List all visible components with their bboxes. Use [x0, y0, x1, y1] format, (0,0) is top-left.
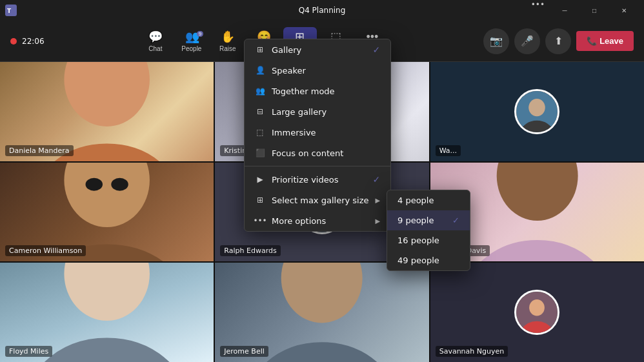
submenu-item-16[interactable]: 16 people [387, 230, 470, 250]
submenu-item-49[interactable]: 49 people [387, 250, 470, 270]
prioritize-check-icon: ✓ [372, 174, 380, 185]
together-icon: 👥 [255, 86, 265, 96]
dropdown-item-focus[interactable]: ⬛ Focus on content [245, 143, 390, 163]
minimize-button[interactable]: ─ [550, 0, 579, 21]
recording-indicator-icon [10, 38, 17, 45]
dropdown-item-together[interactable]: 👥 Together mode [245, 81, 390, 101]
chat-label: Chat [148, 45, 162, 52]
svg-point-14 [64, 263, 150, 321]
participant-name-camera: Wa... [436, 145, 461, 156]
savannah-avatar [514, 290, 559, 335]
speaker-label: Speaker [272, 66, 380, 75]
leave-phone-icon: 📞 [587, 36, 597, 46]
maximize-button[interactable]: □ [579, 0, 609, 21]
svg-point-17 [529, 299, 545, 316]
raise-button[interactable]: ✋ Raise [211, 27, 245, 55]
option-4-label: 4 people [397, 196, 434, 205]
option-16-label: 16 people [397, 236, 439, 245]
svg-point-8 [111, 177, 128, 190]
dropdown-item-more-options[interactable]: ••• More options ▶ [245, 210, 390, 231]
video-cell-camera: Wa... [430, 62, 644, 161]
participant-name-ralph: Ralph Edwards [220, 245, 280, 256]
title-bar: T Q4 Planning ••• ─ □ ✕ [0, 0, 644, 21]
gallery-check-icon: ✓ [372, 45, 380, 55]
camera-icon: 📷 [490, 35, 503, 47]
prioritize-icon: ▶ [255, 174, 265, 185]
max-gallery-arrow-icon: ▶ [376, 197, 381, 204]
focus-label: Focus on content [272, 148, 380, 158]
people-badge: 9 [197, 31, 203, 37]
recording-timer: 22:06 [22, 37, 45, 46]
toolbar-right: 📷 🎤 ⬆ 📞 Leave [483, 28, 634, 54]
svg-point-5 [529, 99, 546, 116]
video-cell-floyd: Floyd Miles [0, 263, 214, 362]
max-gallery-icon: ⊞ [255, 195, 265, 205]
submenu-item-4[interactable]: 4 people [387, 190, 470, 210]
camera-avatar [514, 89, 559, 134]
toolbar-left: 22:06 [10, 37, 45, 46]
svg-point-7 [86, 177, 103, 190]
participant-name-cameron: Cameron Williamson [5, 245, 86, 256]
max-gallery-submenu[interactable]: 4 people 9 people ✓ 16 people 49 people [387, 190, 470, 271]
participant-name-savannah: Savannah Nguyen [436, 346, 508, 357]
more-options-icon: ••• [255, 216, 265, 226]
window-title: Q4 Planning [299, 6, 346, 15]
gallery-label: Gallery [272, 45, 366, 55]
dropdown-item-gallery[interactable]: ⊞ Gallery ✓ [245, 39, 390, 60]
option-9-check-icon: ✓ [452, 216, 459, 225]
people-label: People [181, 45, 201, 52]
camera-button[interactable]: 📷 [483, 28, 509, 54]
speaker-icon: 👤 [255, 65, 265, 75]
more-options-arrow-icon: ▶ [376, 217, 381, 225]
participant-name-jerome: Jerome Bell [220, 346, 268, 357]
participant-name-floyd: Floyd Miles [5, 346, 52, 357]
people-icon: 👥9 [185, 30, 198, 44]
svg-point-13 [496, 163, 578, 221]
mic-icon: 🎤 [521, 35, 534, 47]
people-button[interactable]: 👥9 People [175, 27, 208, 55]
svg-point-6 [64, 163, 150, 227]
dropdown-item-prioritize[interactable]: ▶ Prioritize videos ✓ [245, 169, 390, 190]
max-gallery-label: Select max gallery size [272, 196, 369, 205]
chat-icon: 💬 [148, 30, 163, 44]
raise-label: Raise [219, 45, 236, 52]
gallery-icon: ⊞ [255, 45, 265, 55]
window-controls: ••• ─ □ ✕ [526, 0, 639, 21]
leave-button[interactable]: 📞 Leave [576, 31, 634, 51]
mic-button[interactable]: 🎤 [514, 28, 540, 54]
title-bar-more: ••• [526, 0, 550, 21]
large-gallery-icon: ⊟ [255, 106, 265, 117]
large-gallery-label: Large gallery [272, 107, 380, 117]
more-options-label: More options [272, 216, 369, 226]
svg-point-2 [64, 62, 150, 126]
video-cell-jerome: Jerome Bell [215, 263, 428, 362]
submenu-item-9[interactable]: 9 people ✓ [387, 210, 470, 230]
view-dropdown[interactable]: ⊞ Gallery ✓ 👤 Speaker 👥 Together mode ⊟ … [244, 39, 391, 232]
separator-1 [245, 166, 390, 166]
svg-text:T: T [7, 8, 12, 14]
option-49-label: 49 people [397, 256, 439, 265]
title-bar-left: T [5, 5, 17, 16]
together-label: Together mode [272, 86, 380, 96]
close-button[interactable]: ✕ [609, 0, 639, 21]
video-cell-cameron: Cameron Williamson [0, 163, 214, 262]
raise-icon: ✋ [221, 30, 235, 44]
prioritize-label: Prioritize videos [272, 175, 366, 185]
share-icon: ⬆ [554, 35, 563, 47]
chat-button[interactable]: 💬 Chat [139, 27, 172, 55]
dropdown-item-immersive[interactable]: ⬚ Immersive [245, 122, 390, 143]
dropdown-item-large-gallery[interactable]: ⊟ Large gallery [245, 101, 390, 122]
dropdown-item-speaker[interactable]: 👤 Speaker [245, 60, 390, 81]
option-9-label: 9 people [397, 216, 434, 225]
video-cell-savannah: Savannah Nguyen [430, 263, 644, 362]
immersive-icon: ⬚ [255, 127, 265, 137]
svg-point-15 [281, 263, 363, 323]
teams-logo-icon: T [5, 5, 17, 16]
share-button[interactable]: ⬆ [545, 28, 571, 54]
dropdown-item-max-gallery[interactable]: ⊞ Select max gallery size ▶ 4 people 9 p… [245, 190, 390, 210]
video-cell-daniela: Daniela Mandera [0, 62, 214, 161]
participant-name-daniela: Daniela Mandera [5, 145, 74, 156]
focus-icon: ⬛ [255, 148, 265, 158]
immersive-label: Immersive [272, 128, 380, 137]
leave-label: Leave [599, 36, 623, 46]
